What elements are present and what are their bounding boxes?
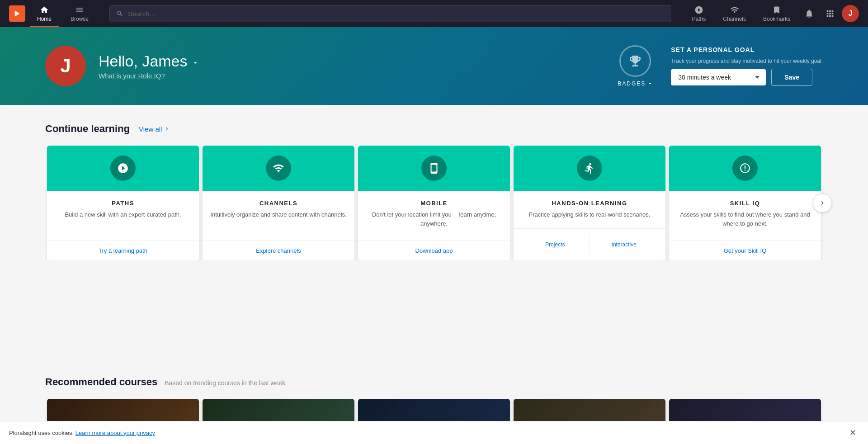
apps-button[interactable] bbox=[821, 5, 839, 23]
search-bar bbox=[109, 5, 671, 22]
hero-section: J Hello, James What is your Role IQ? BAD… bbox=[0, 27, 868, 105]
badges-section[interactable]: BADGES bbox=[618, 45, 653, 87]
goal-title: SET A PERSONAL GOAL bbox=[671, 46, 823, 53]
role-iq-link[interactable]: What is your Role IQ? bbox=[99, 72, 199, 80]
feature-card-skill-iq: SKILL IQ Assess your skills to find out … bbox=[669, 146, 821, 260]
card-top-hands-on bbox=[514, 146, 665, 191]
goal-select-wrapper: 5 minutes a week 10 minutes a week 15 mi… bbox=[671, 69, 766, 85]
card-desc-hands-on: Practice applying skills to real-world s… bbox=[521, 210, 658, 219]
card-top-skill-iq bbox=[669, 146, 821, 191]
chevron-right-icon bbox=[164, 126, 170, 132]
nav-right-section: Paths Channels Bookmarks J bbox=[685, 0, 859, 27]
hands-on-icon-circle bbox=[577, 156, 602, 181]
nav-home[interactable]: Home bbox=[30, 0, 59, 27]
brand-logo[interactable] bbox=[9, 5, 25, 22]
feature-card-paths: PATHS Build a new skill with an expert-c… bbox=[47, 146, 199, 260]
hero-greeting: Hello, James bbox=[99, 52, 199, 70]
chevron-right-icon bbox=[819, 199, 826, 207]
notifications-button[interactable] bbox=[800, 5, 818, 23]
card-cta-paths[interactable]: Try a learning path bbox=[47, 241, 199, 260]
goal-controls: 5 minutes a week 10 minutes a week 15 mi… bbox=[671, 69, 823, 86]
paths-icon bbox=[117, 162, 129, 174]
card-cta-interactive[interactable]: Interactive bbox=[590, 235, 659, 254]
card-desc-channels: Intuitively organize and share content w… bbox=[210, 210, 347, 219]
card-body-channels: CHANNELS Intuitively organize and share … bbox=[203, 191, 354, 241]
nav-browse[interactable]: Browse bbox=[63, 0, 96, 27]
recommended-subtitle: Based on trending courses in the last we… bbox=[165, 379, 285, 387]
nav-paths[interactable]: Paths bbox=[685, 0, 713, 27]
card-footer-hands-on: Projects Interactive bbox=[514, 228, 665, 260]
cards-next-button[interactable] bbox=[813, 194, 832, 213]
continue-learning-title: Continue learning bbox=[45, 123, 130, 135]
card-body-hands-on: HANDS-ON LEARNING Practice applying skil… bbox=[514, 191, 665, 228]
paths-icon-circle bbox=[110, 156, 136, 181]
card-cta-channels[interactable]: Explore channels bbox=[203, 241, 354, 260]
card-body-paths: PATHS Build a new skill with an expert-c… bbox=[47, 191, 199, 241]
goal-subtitle: Track your progress and stay motivated t… bbox=[671, 58, 823, 64]
mobile-icon bbox=[428, 162, 440, 174]
card-desc-skill-iq: Assess your skills to find out where you… bbox=[676, 210, 814, 228]
card-body-mobile: MOBILE Don't let your location limit you… bbox=[358, 191, 510, 241]
main-content: Continue learning View all PATHS Build a… bbox=[0, 105, 868, 376]
save-goal-button[interactable]: Save bbox=[771, 69, 812, 86]
search-icon bbox=[116, 10, 123, 17]
card-top-paths bbox=[47, 146, 199, 191]
nav-bookmarks[interactable]: Bookmarks bbox=[756, 0, 797, 27]
feature-card-mobile: MOBILE Don't let your location limit you… bbox=[358, 146, 510, 260]
card-cta-projects[interactable]: Projects bbox=[521, 235, 590, 254]
card-cta-mobile[interactable]: Download app bbox=[358, 241, 510, 260]
card-cta-skill-iq[interactable]: Get your Skill IQ bbox=[669, 241, 821, 260]
card-desc-mobile: Don't let your location limit you— learn… bbox=[365, 210, 503, 228]
badge-icon bbox=[619, 45, 651, 77]
recommended-header: Recommended courses Based on trending co… bbox=[45, 376, 823, 388]
cookie-text: Pluralsight uses cookies. Learn more abo… bbox=[9, 430, 155, 436]
goal-section: SET A PERSONAL GOAL Track your progress … bbox=[671, 46, 823, 86]
cookie-privacy-link[interactable]: Learn more about your privacy bbox=[75, 430, 155, 436]
skill-iq-icon bbox=[739, 162, 751, 174]
card-name-channels: CHANNELS bbox=[210, 200, 347, 207]
search-input[interactable] bbox=[128, 10, 665, 18]
card-name-skill-iq: SKILL IQ bbox=[676, 200, 814, 207]
feature-card-hands-on: HANDS-ON LEARNING Practice applying skil… bbox=[514, 146, 665, 260]
card-top-channels bbox=[203, 146, 354, 191]
trophy-icon bbox=[628, 54, 642, 68]
card-body-skill-iq: SKILL IQ Assess your skills to find out … bbox=[669, 191, 821, 241]
skill-iq-icon-circle bbox=[732, 156, 758, 181]
feature-cards-row: PATHS Build a new skill with an expert-c… bbox=[45, 146, 823, 260]
goal-select[interactable]: 5 minutes a week 10 minutes a week 15 mi… bbox=[671, 69, 766, 85]
hero-right: BADGES SET A PERSONAL GOAL Track your pr… bbox=[618, 45, 823, 87]
card-top-mobile bbox=[358, 146, 510, 191]
hero-left: J Hello, James What is your Role IQ? bbox=[45, 46, 199, 86]
cookie-close-button[interactable]: ✕ bbox=[847, 428, 859, 438]
card-name-paths: PATHS bbox=[54, 200, 192, 207]
hands-on-icon bbox=[584, 162, 595, 174]
hero-info: Hello, James What is your Role IQ? bbox=[99, 52, 199, 80]
card-name-mobile: MOBILE bbox=[365, 200, 503, 207]
feature-cards-container: PATHS Build a new skill with an expert-c… bbox=[45, 146, 823, 260]
nav-channels[interactable]: Channels bbox=[716, 0, 753, 27]
recommended-title: Recommended courses bbox=[45, 376, 157, 388]
chevron-down-icon bbox=[647, 81, 653, 86]
channels-icon bbox=[273, 162, 284, 174]
view-all-link[interactable]: View all bbox=[139, 125, 170, 133]
cookie-banner: Pluralsight uses cookies. Learn more abo… bbox=[0, 421, 868, 444]
card-desc-paths: Build a new skill with an expert-curated… bbox=[54, 210, 192, 219]
feature-card-channels: CHANNELS Intuitively organize and share … bbox=[203, 146, 354, 260]
card-name-hands-on: HANDS-ON LEARNING bbox=[521, 200, 658, 207]
badges-label: BADGES bbox=[618, 80, 653, 87]
mobile-icon-circle bbox=[421, 156, 447, 181]
navigation: Home Browse Paths Channels Bookmarks J bbox=[0, 0, 868, 27]
continue-learning-header: Continue learning View all bbox=[45, 123, 823, 135]
channels-icon-circle bbox=[266, 156, 291, 181]
greeting-dropdown[interactable] bbox=[192, 59, 199, 66]
hero-avatar: J bbox=[45, 46, 86, 86]
svg-marker-0 bbox=[15, 10, 20, 17]
user-avatar[interactable]: J bbox=[842, 5, 859, 22]
